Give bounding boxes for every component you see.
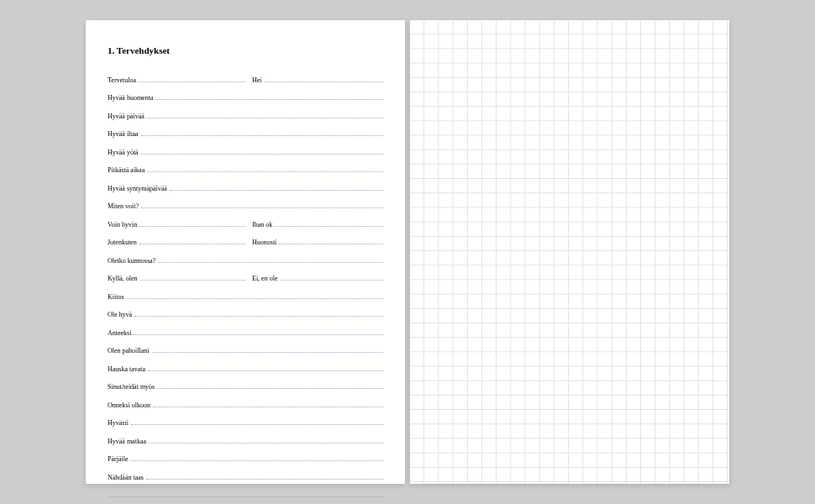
word-row: Nähdään taas	[108, 465, 383, 480]
word-label: Olen pahoillani	[108, 348, 151, 354]
grid-paper	[410, 20, 729, 484]
word-cell: Onneksi olkoon	[108, 402, 383, 408]
word-label: Nähdään taas	[108, 475, 145, 481]
book-spread: 1. Tervehdykset TervetuloaHeiHyvää huome…	[86, 20, 729, 484]
word-cell: Hyvää päivää	[108, 113, 383, 119]
word-label: Tervetuloa	[108, 77, 138, 84]
word-row: Kyllä, olenEi, en ole	[108, 266, 383, 282]
word-label: Hyvästi	[108, 420, 130, 427]
word-cell: Hauska tavata	[108, 365, 383, 372]
left-page: 1. Tervehdykset TervetuloaHeiHyvää huome…	[86, 20, 405, 484]
word-row: Hyvää päivää	[108, 103, 383, 119]
write-line	[140, 280, 245, 281]
word-cell: Voin hyvin	[108, 221, 245, 228]
word-label: Ole hyvä	[108, 312, 134, 318]
word-row: Oletko kunnossa?	[108, 248, 383, 264]
word-row: Ole hyvä	[108, 302, 383, 318]
word-label: Oletko kunnossa?	[108, 258, 157, 265]
write-line	[153, 407, 383, 407]
write-line	[275, 226, 383, 227]
word-row: Hyvää yötä	[108, 139, 383, 155]
word-cell: Ihan ok	[245, 221, 383, 228]
write-line	[134, 316, 383, 317]
write-line	[170, 190, 383, 191]
word-label: Hei	[245, 77, 264, 84]
word-label: Sinut/teidät myös	[108, 384, 156, 391]
word-row: Hyvästi	[108, 411, 383, 427]
write-line	[155, 99, 383, 100]
right-page	[410, 20, 729, 484]
write-line	[141, 207, 383, 208]
word-row: Kiitos	[108, 284, 383, 300]
word-label: Ei, en ole	[245, 276, 279, 282]
write-line	[139, 226, 245, 227]
word-cell: Anteeksi	[108, 329, 383, 336]
word-cell: Sinut/teidät myös	[108, 383, 383, 390]
word-label: Voin hyvin	[108, 222, 139, 228]
word-list: TervetuloaHeiHyvää huomentaHyvää päivääH…	[108, 67, 383, 498]
word-row: Hauska tavata	[108, 356, 383, 372]
write-line	[130, 460, 383, 461]
word-row: JotenkutenHuonosti	[108, 230, 383, 246]
write-line	[265, 81, 383, 82]
word-row: Hyvää iltaa	[108, 122, 383, 138]
word-cell: Miten voit?	[108, 202, 383, 209]
word-row: Hyvää matkaa	[108, 428, 383, 444]
word-label: Kyllä, olen	[108, 276, 139, 282]
write-line	[134, 334, 383, 335]
write-line	[148, 370, 383, 371]
word-row: Sinut/teidät myös	[108, 375, 383, 391]
word-label: Hyvää päivää	[108, 113, 146, 120]
word-row: TervetuloaHei	[108, 67, 383, 83]
word-label: Hyvää syntymäpäivää	[108, 186, 169, 192]
word-cell: Jotenkuten	[108, 239, 245, 245]
word-row: Hyvää huomenta	[108, 86, 383, 102]
word-label: Hyvää huomenta	[108, 95, 155, 102]
word-cell: Huonosti	[245, 239, 383, 245]
write-line	[158, 262, 383, 263]
word-label: Ihan ok	[245, 222, 274, 228]
word-cell: Hyvää matkaa	[108, 438, 383, 444]
word-cell: Kyllä, olen	[108, 275, 245, 281]
word-cell: Ole hyvä	[108, 311, 383, 318]
write-line	[139, 81, 245, 82]
word-row: Hyvää syntymäpäivää	[108, 176, 383, 192]
word-cell: Tervetuloa	[108, 76, 245, 83]
word-label: Jotenkuten	[108, 239, 139, 246]
word-label: Huonosti	[245, 239, 278, 246]
word-cell: Hei	[245, 76, 383, 83]
word-label: Hyvää iltaa	[108, 131, 140, 138]
word-cell: Ei, en ole	[245, 275, 383, 281]
word-cell: Hyvää yötä	[108, 149, 383, 155]
word-label: Hyvää matkaa	[108, 438, 148, 445]
write-line	[147, 118, 383, 118]
write-line	[157, 388, 383, 389]
write-line	[131, 424, 383, 425]
word-cell: Pärjäile	[108, 455, 383, 462]
word-label: Hauska tavata	[108, 366, 147, 373]
write-line	[146, 479, 383, 480]
word-cell: Nähdään taas	[108, 474, 383, 480]
word-row: Anteeksi	[108, 320, 383, 336]
write-line	[139, 244, 245, 244]
word-cell: Oletko kunnossa?	[108, 257, 383, 264]
section-heading: 1. Tervehdykset	[108, 45, 383, 55]
word-cell: Hyvää iltaa	[108, 130, 383, 137]
write-line	[149, 443, 383, 444]
word-cell: Olen pahoillani	[108, 347, 383, 354]
word-label: Pärjäile	[108, 456, 129, 463]
write-line	[108, 496, 383, 497]
word-cell: Pitkästä aikaa	[108, 166, 383, 173]
word-label: Miten voit?	[108, 203, 140, 210]
word-cell: Hyvää huomenta	[108, 94, 383, 101]
word-row: Pitkästä aikaa	[108, 158, 383, 174]
write-line	[141, 154, 383, 155]
word-row: Onneksi olkoon	[108, 392, 383, 408]
word-row: Miten voit?	[108, 194, 383, 210]
write-line	[280, 280, 383, 281]
write-line	[127, 298, 383, 299]
write-line	[147, 171, 383, 172]
word-label: Pitkästä aikaa	[108, 167, 146, 174]
word-cell: Hyvää syntymäpäivää	[108, 185, 383, 192]
word-label: Hyvää yötä	[108, 150, 140, 156]
